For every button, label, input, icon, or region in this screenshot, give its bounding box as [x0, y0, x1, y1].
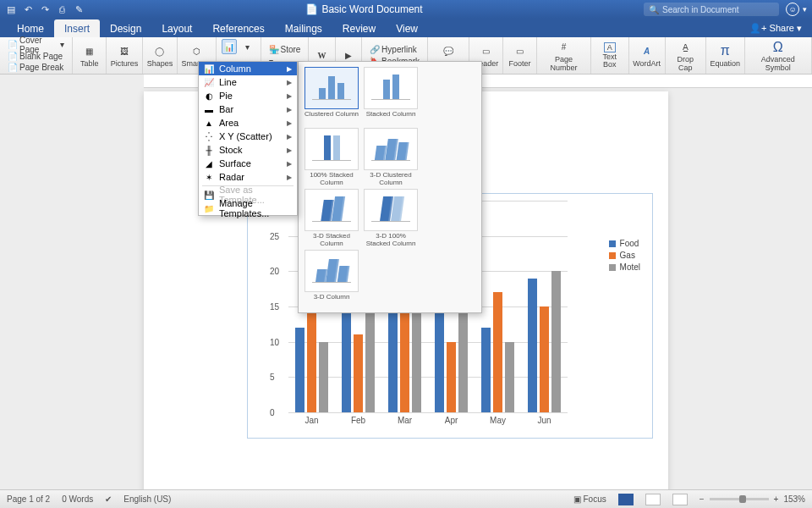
y-tick-label: 5	[270, 373, 275, 382]
gallery-option-0[interactable]: Clustered Column	[304, 67, 359, 124]
pictures-button[interactable]: 🖼Pictures	[107, 37, 143, 74]
tab-references[interactable]: References	[202, 19, 274, 37]
undo-icon[interactable]: ↶	[22, 3, 34, 15]
word-count[interactable]: 0 Words	[62, 494, 93, 504]
screenshot-button[interactable]: ▾	[240, 39, 255, 54]
tab-insert[interactable]: Insert	[54, 19, 100, 37]
gallery-option-6[interactable]: 3-D Column	[304, 250, 359, 307]
legend-label: Gas	[620, 251, 635, 260]
menu-line[interactable]: 📈Line▶	[199, 75, 297, 89]
zoom-slider[interactable]	[710, 498, 769, 500]
user-avatar[interactable]: ☺	[786, 3, 799, 16]
gallery-thumb	[304, 250, 359, 292]
chart-bar	[528, 279, 537, 412]
advanced-symbol-button[interactable]: ΩAdvanced Symbol	[745, 37, 812, 74]
line-icon: 📈	[204, 77, 214, 87]
tab-layout[interactable]: Layout	[151, 19, 202, 37]
chevron-right-icon: ▶	[287, 119, 292, 127]
legend-item: Food	[609, 239, 640, 248]
gallery-caption: Clustered Column	[304, 111, 359, 124]
page-number-button[interactable]: #Page Number	[537, 37, 591, 74]
window-title: 📄 Basic Word Document	[85, 3, 644, 15]
bar-icon: ▬	[204, 104, 214, 114]
language-indicator[interactable]: English (US)	[123, 494, 171, 504]
zoom-level[interactable]: 153%	[783, 494, 805, 504]
dropcap-icon: A̲	[677, 39, 694, 55]
footer-button[interactable]: ▭Footer	[503, 37, 537, 74]
menu-radar[interactable]: ✶Radar▶	[199, 170, 297, 184]
store-button[interactable]: 🏪 Store	[266, 44, 304, 56]
menu-scatter[interactable]: ⁛X Y (Scatter)▶	[199, 130, 297, 143]
chart-bar	[435, 313, 444, 412]
legend-swatch	[609, 264, 616, 271]
edit-icon[interactable]: ✎	[73, 3, 85, 15]
search-icon: 🔍	[649, 5, 659, 14]
menu-stock[interactable]: ╫Stock▶	[199, 143, 297, 157]
gallery-option-1[interactable]: Stacked Column	[363, 67, 419, 124]
gallery-caption: 3-D Stacked Column	[304, 233, 359, 246]
menu-pie[interactable]: ◐Pie▶	[199, 89, 297, 102]
gallery-option-4[interactable]: 3-D Stacked Column	[304, 189, 359, 246]
redo-icon[interactable]: ↷	[39, 3, 51, 15]
ribbon-tabs: Home Insert Design Layout References Mai…	[0, 19, 812, 37]
share-button[interactable]: 👤+ Share ▾	[739, 19, 812, 37]
outline-view[interactable]	[672, 494, 688, 505]
chart-bar	[493, 292, 502, 412]
dropdown-icon[interactable]: ▾	[803, 5, 807, 14]
equation-button[interactable]: πEquation	[706, 37, 745, 74]
menu-bar[interactable]: ▬Bar▶	[199, 102, 297, 116]
hyperlink-button[interactable]: 🔗 Hyperlink	[367, 44, 422, 56]
pie-icon: ◐	[204, 91, 214, 101]
table-icon: ▦	[81, 42, 98, 59]
tab-design[interactable]: Design	[100, 19, 151, 37]
zoom-in-button[interactable]: +	[774, 494, 779, 504]
x-tick-label: May	[481, 416, 515, 425]
tab-mailings[interactable]: Mailings	[275, 19, 332, 37]
gallery-option-2[interactable]: 100% Stacked Column	[304, 128, 359, 185]
cover-page-button[interactable]: 📄 Cover Page ▾	[5, 39, 67, 51]
search-box[interactable]: 🔍 Search in Document	[644, 3, 779, 16]
y-tick-label: 15	[270, 302, 279, 312]
web-layout-view[interactable]	[645, 494, 661, 505]
page-indicator[interactable]: Page 1 of 2	[7, 494, 50, 504]
blank-page-button[interactable]: 📄 Blank Page	[5, 51, 67, 62]
smartart-icon: ⬡	[188, 42, 205, 59]
menu-area[interactable]: ▲Area▶	[199, 116, 297, 130]
menu-manage-templates[interactable]: 📁Manage Templates...	[199, 202, 297, 215]
tab-review[interactable]: Review	[332, 19, 386, 37]
manage-templates-icon: 📁	[204, 203, 214, 213]
pages-group: 📄 Cover Page ▾ 📄 Blank Page 📄 Page Break	[0, 37, 73, 74]
gallery-thumb	[364, 128, 418, 170]
focus-mode[interactable]: ▣ Focus	[573, 494, 606, 504]
y-tick-label: 25	[270, 231, 279, 240]
radar-icon: ✶	[204, 172, 214, 182]
doc-icon: 📄	[305, 3, 318, 15]
chart-category	[481, 292, 515, 412]
spellcheck-icon[interactable]: ✔	[105, 494, 112, 504]
wordart-icon: A	[639, 42, 656, 59]
chart-type-menu: 📊Column▶ 📈Line▶ ◐Pie▶ ▬Bar▶ ▲Area▶ ⁛X Y …	[198, 61, 298, 216]
gallery-thumb	[304, 189, 359, 231]
x-tick-label: Feb	[342, 416, 376, 425]
dropcap-button[interactable]: A̲Drop Cap	[666, 37, 706, 74]
print-icon[interactable]: ⎙	[56, 3, 68, 15]
menu-surface[interactable]: ◢Surface▶	[199, 157, 297, 170]
save-icon[interactable]: ▤	[5, 3, 17, 15]
gallery-option-5[interactable]: 3-D 100% Stacked Column	[363, 189, 419, 246]
shapes-button[interactable]: ◯Shapes	[143, 37, 178, 74]
scatter-icon: ⁛	[204, 131, 214, 141]
menu-column[interactable]: 📊Column▶	[199, 62, 297, 75]
tab-view[interactable]: View	[386, 19, 428, 37]
wordart-button[interactable]: AWordArt	[629, 37, 666, 74]
zoom-out-button[interactable]: −	[700, 494, 705, 504]
page-break-button[interactable]: 📄 Page Break	[5, 62, 67, 73]
chart-bar	[365, 313, 375, 412]
chart-button[interactable]: 📊	[222, 39, 237, 54]
area-icon: ▲	[204, 118, 214, 128]
chevron-right-icon: ▶	[287, 106, 292, 113]
table-button[interactable]: ▦Table	[73, 37, 107, 74]
textbox-button[interactable]: AText Box	[591, 37, 629, 74]
chart-bar	[295, 328, 304, 412]
print-layout-view[interactable]	[618, 494, 634, 505]
gallery-option-3[interactable]: 3-D Clustered Column	[363, 128, 419, 185]
